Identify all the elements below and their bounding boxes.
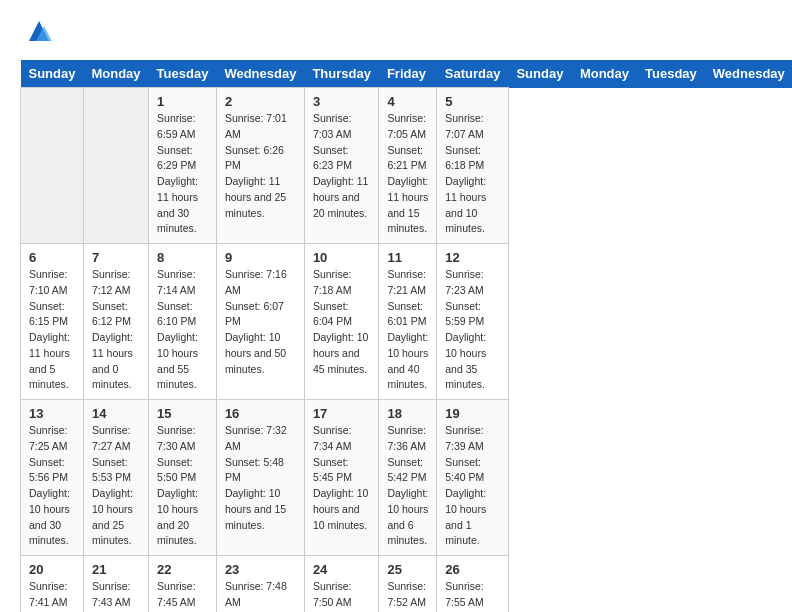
day-number: 12 xyxy=(445,250,500,265)
day-header-sunday: Sunday xyxy=(508,60,571,88)
day-number: 24 xyxy=(313,562,371,577)
calendar-cell: 21Sunrise: 7:43 AMSunset: 5:34 PMDayligh… xyxy=(83,556,148,613)
day-header-saturday: Saturday xyxy=(437,60,509,88)
day-number: 18 xyxy=(387,406,428,421)
day-info: Sunrise: 7:41 AMSunset: 5:37 PMDaylight:… xyxy=(29,579,75,612)
day-header-sunday: Sunday xyxy=(21,60,84,88)
day-header-wednesday: Wednesday xyxy=(705,60,792,88)
day-number: 9 xyxy=(225,250,296,265)
day-info: Sunrise: 7:45 AMSunset: 5:32 PMDaylight:… xyxy=(157,579,208,612)
calendar-week-4: 20Sunrise: 7:41 AMSunset: 5:37 PMDayligh… xyxy=(21,556,793,613)
day-number: 2 xyxy=(225,94,296,109)
calendar-cell: 16Sunrise: 7:32 AMSunset: 5:48 PMDayligh… xyxy=(216,400,304,556)
day-header-tuesday: Tuesday xyxy=(149,60,217,88)
calendar-cell: 14Sunrise: 7:27 AMSunset: 5:53 PMDayligh… xyxy=(83,400,148,556)
calendar-cell: 10Sunrise: 7:18 AMSunset: 6:04 PMDayligh… xyxy=(304,244,379,400)
logo-icon xyxy=(24,16,54,46)
calendar-cell: 23Sunrise: 7:48 AMSunset: 5:29 PMDayligh… xyxy=(216,556,304,613)
day-info: Sunrise: 7:01 AMSunset: 6:26 PMDaylight:… xyxy=(225,111,296,221)
day-info: Sunrise: 7:55 AMSunset: 5:22 PMDaylight:… xyxy=(445,579,500,612)
day-number: 8 xyxy=(157,250,208,265)
calendar-cell: 19Sunrise: 7:39 AMSunset: 5:40 PMDayligh… xyxy=(437,400,509,556)
day-header-friday: Friday xyxy=(379,60,437,88)
day-number: 20 xyxy=(29,562,75,577)
calendar-week-1: 1Sunrise: 6:59 AMSunset: 6:29 PMDaylight… xyxy=(21,88,793,244)
calendar-cell: 1Sunrise: 6:59 AMSunset: 6:29 PMDaylight… xyxy=(149,88,217,244)
day-info: Sunrise: 7:03 AMSunset: 6:23 PMDaylight:… xyxy=(313,111,371,221)
day-number: 22 xyxy=(157,562,208,577)
day-info: Sunrise: 7:27 AMSunset: 5:53 PMDaylight:… xyxy=(92,423,140,549)
day-header-tuesday: Tuesday xyxy=(637,60,705,88)
day-number: 17 xyxy=(313,406,371,421)
day-info: Sunrise: 7:43 AMSunset: 5:34 PMDaylight:… xyxy=(92,579,140,612)
calendar-cell: 18Sunrise: 7:36 AMSunset: 5:42 PMDayligh… xyxy=(379,400,437,556)
calendar-cell: 13Sunrise: 7:25 AMSunset: 5:56 PMDayligh… xyxy=(21,400,84,556)
day-info: Sunrise: 7:05 AMSunset: 6:21 PMDaylight:… xyxy=(387,111,428,237)
day-number: 3 xyxy=(313,94,371,109)
day-info: Sunrise: 7:36 AMSunset: 5:42 PMDaylight:… xyxy=(387,423,428,549)
day-number: 23 xyxy=(225,562,296,577)
calendar-header-row: SundayMondayTuesdayWednesdayThursdayFrid… xyxy=(21,60,793,88)
calendar-cell: 15Sunrise: 7:30 AMSunset: 5:50 PMDayligh… xyxy=(149,400,217,556)
day-info: Sunrise: 7:12 AMSunset: 6:12 PMDaylight:… xyxy=(92,267,140,393)
calendar-cell: 17Sunrise: 7:34 AMSunset: 5:45 PMDayligh… xyxy=(304,400,379,556)
day-number: 1 xyxy=(157,94,208,109)
calendar-cell: 25Sunrise: 7:52 AMSunset: 5:24 PMDayligh… xyxy=(379,556,437,613)
calendar-table: SundayMondayTuesdayWednesdayThursdayFrid… xyxy=(20,60,792,612)
day-info: Sunrise: 7:07 AMSunset: 6:18 PMDaylight:… xyxy=(445,111,500,237)
day-info: Sunrise: 7:14 AMSunset: 6:10 PMDaylight:… xyxy=(157,267,208,393)
calendar-cell: 22Sunrise: 7:45 AMSunset: 5:32 PMDayligh… xyxy=(149,556,217,613)
page-header xyxy=(20,20,772,50)
calendar-cell: 7Sunrise: 7:12 AMSunset: 6:12 PMDaylight… xyxy=(83,244,148,400)
day-header-monday: Monday xyxy=(572,60,637,88)
day-info: Sunrise: 7:16 AMSunset: 6:07 PMDaylight:… xyxy=(225,267,296,377)
day-info: Sunrise: 7:32 AMSunset: 5:48 PMDaylight:… xyxy=(225,423,296,533)
day-number: 26 xyxy=(445,562,500,577)
day-info: Sunrise: 7:48 AMSunset: 5:29 PMDaylight:… xyxy=(225,579,296,612)
day-number: 10 xyxy=(313,250,371,265)
calendar-cell: 2Sunrise: 7:01 AMSunset: 6:26 PMDaylight… xyxy=(216,88,304,244)
day-info: Sunrise: 7:18 AMSunset: 6:04 PMDaylight:… xyxy=(313,267,371,377)
day-info: Sunrise: 7:21 AMSunset: 6:01 PMDaylight:… xyxy=(387,267,428,393)
day-number: 14 xyxy=(92,406,140,421)
calendar-cell: 9Sunrise: 7:16 AMSunset: 6:07 PMDaylight… xyxy=(216,244,304,400)
calendar-cell: 4Sunrise: 7:05 AMSunset: 6:21 PMDaylight… xyxy=(379,88,437,244)
calendar-cell: 5Sunrise: 7:07 AMSunset: 6:18 PMDaylight… xyxy=(437,88,509,244)
calendar-week-3: 13Sunrise: 7:25 AMSunset: 5:56 PMDayligh… xyxy=(21,400,793,556)
day-info: Sunrise: 7:10 AMSunset: 6:15 PMDaylight:… xyxy=(29,267,75,393)
day-info: Sunrise: 7:30 AMSunset: 5:50 PMDaylight:… xyxy=(157,423,208,549)
day-header-monday: Monday xyxy=(83,60,148,88)
day-number: 16 xyxy=(225,406,296,421)
calendar-cell: 12Sunrise: 7:23 AMSunset: 5:59 PMDayligh… xyxy=(437,244,509,400)
day-header-wednesday: Wednesday xyxy=(216,60,304,88)
day-number: 5 xyxy=(445,94,500,109)
calendar-cell: 6Sunrise: 7:10 AMSunset: 6:15 PMDaylight… xyxy=(21,244,84,400)
day-number: 11 xyxy=(387,250,428,265)
day-number: 25 xyxy=(387,562,428,577)
day-number: 13 xyxy=(29,406,75,421)
day-info: Sunrise: 7:39 AMSunset: 5:40 PMDaylight:… xyxy=(445,423,500,549)
calendar-cell: 8Sunrise: 7:14 AMSunset: 6:10 PMDaylight… xyxy=(149,244,217,400)
day-info: Sunrise: 7:23 AMSunset: 5:59 PMDaylight:… xyxy=(445,267,500,393)
day-number: 6 xyxy=(29,250,75,265)
day-header-thursday: Thursday xyxy=(304,60,379,88)
calendar-cell: 24Sunrise: 7:50 AMSunset: 5:27 PMDayligh… xyxy=(304,556,379,613)
logo xyxy=(20,20,54,50)
day-info: Sunrise: 7:25 AMSunset: 5:56 PMDaylight:… xyxy=(29,423,75,549)
day-info: Sunrise: 7:50 AMSunset: 5:27 PMDaylight:… xyxy=(313,579,371,612)
day-number: 21 xyxy=(92,562,140,577)
day-number: 7 xyxy=(92,250,140,265)
day-info: Sunrise: 6:59 AMSunset: 6:29 PMDaylight:… xyxy=(157,111,208,237)
day-number: 4 xyxy=(387,94,428,109)
calendar-week-2: 6Sunrise: 7:10 AMSunset: 6:15 PMDaylight… xyxy=(21,244,793,400)
day-info: Sunrise: 7:52 AMSunset: 5:24 PMDaylight:… xyxy=(387,579,428,612)
calendar-cell: 3Sunrise: 7:03 AMSunset: 6:23 PMDaylight… xyxy=(304,88,379,244)
day-number: 15 xyxy=(157,406,208,421)
day-number: 19 xyxy=(445,406,500,421)
calendar-cell xyxy=(21,88,84,244)
calendar-cell: 26Sunrise: 7:55 AMSunset: 5:22 PMDayligh… xyxy=(437,556,509,613)
day-info: Sunrise: 7:34 AMSunset: 5:45 PMDaylight:… xyxy=(313,423,371,533)
calendar-cell: 11Sunrise: 7:21 AMSunset: 6:01 PMDayligh… xyxy=(379,244,437,400)
calendar-cell: 20Sunrise: 7:41 AMSunset: 5:37 PMDayligh… xyxy=(21,556,84,613)
calendar-cell xyxy=(83,88,148,244)
